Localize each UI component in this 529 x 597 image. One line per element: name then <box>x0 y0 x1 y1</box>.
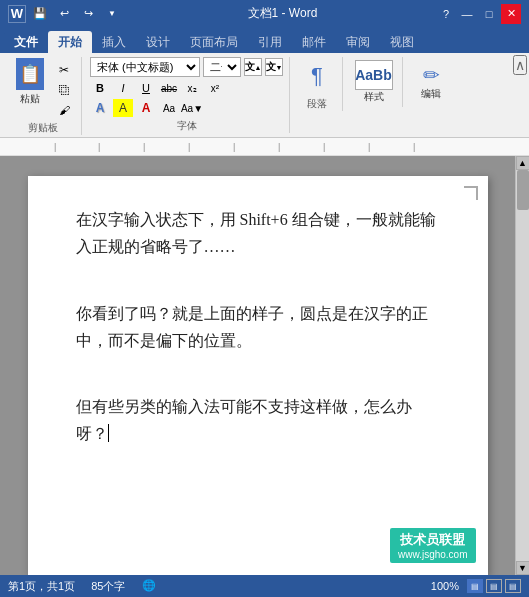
font-controls: 宋体 (中文标题) 二号 文▲ 文▼ B I U abc x₂ <box>90 57 283 117</box>
maximize-button[interactable]: □ <box>479 4 499 24</box>
ruler-mark: | <box>54 142 56 152</box>
bold-button[interactable]: B <box>90 79 110 97</box>
vertical-scrollbar[interactable]: ▲ ▼ <box>515 156 529 575</box>
cut-button[interactable]: ✂ <box>53 61 75 79</box>
minimize-button[interactable]: — <box>457 4 477 24</box>
tab-file[interactable]: 文件 <box>4 31 48 53</box>
ruler: | | | | | | | | | <box>0 138 529 156</box>
subscript-button[interactable]: x₂ <box>182 79 202 97</box>
copy-button[interactable]: ⿻ <box>53 81 75 99</box>
clipboard-label: 剪贴板 <box>28 121 58 135</box>
watermark: 技术员联盟 www.jsgho.com <box>390 528 475 563</box>
tab-references[interactable]: 引用 <box>248 31 292 53</box>
clipboard-group: 📋 粘贴 ✂ ⿻ 🖌 剪贴板 <box>4 57 82 135</box>
text-effects-button[interactable]: A <box>90 99 110 117</box>
page-info: 第1页，共1页 <box>8 579 75 594</box>
paste-icon: 📋 <box>16 58 44 90</box>
font-group: 宋体 (中文标题) 二号 文▲ 文▼ B I U abc x₂ <box>84 57 290 133</box>
ruler-mark: | <box>323 142 325 152</box>
paragraph-1: 在汉字输入状态下，用 Shift+6 组合键，一般就能输入正规的省略号了…… <box>76 206 440 260</box>
text-cursor <box>108 424 109 442</box>
paragraph-3: 但有些另类的输入法可能不支持这样做，怎么办呀？ <box>76 393 440 447</box>
view-buttons: ▤ ▤ ▤ <box>467 579 521 593</box>
tab-mailings[interactable]: 邮件 <box>292 31 336 53</box>
scroll-track <box>516 170 529 561</box>
underline-button[interactable]: U <box>136 79 156 97</box>
close-button[interactable]: ✕ <box>501 4 521 24</box>
ruler-mark: | <box>368 142 370 152</box>
font-label: 字体 <box>177 119 197 133</box>
help-icon[interactable]: ? <box>443 8 449 20</box>
font-row-3: A A A Aa Aa▼ <box>90 99 283 117</box>
undo-button[interactable]: ↩ <box>54 4 74 24</box>
editing-label: 编辑 <box>421 87 441 101</box>
style-preview: AaBb <box>355 60 393 90</box>
corner-mark <box>464 186 478 200</box>
scroll-thumb[interactable] <box>517 170 529 210</box>
window-title: 文档1 - Word <box>122 5 443 22</box>
save-button[interactable]: 💾 <box>30 4 50 24</box>
font-grow-button[interactable]: 文▲ <box>244 58 262 76</box>
tab-design[interactable]: 设计 <box>136 31 180 53</box>
italic-button[interactable]: I <box>113 79 133 97</box>
ribbon-collapse-button[interactable]: ∧ <box>513 55 527 75</box>
view-read-button[interactable]: ▤ <box>486 579 502 593</box>
document-area: 在汉字输入状态下，用 Shift+6 组合键，一般就能输入正规的省略号了…… 你… <box>0 156 515 575</box>
editing-icon: ✏ <box>423 63 440 87</box>
ruler-mark: | <box>143 142 145 152</box>
paragraph-icon: ¶ <box>298 57 336 95</box>
font-color-button[interactable]: A <box>136 99 156 117</box>
document-content[interactable]: 在汉字输入状态下，用 Shift+6 组合键，一般就能输入正规的省略号了…… 你… <box>76 206 440 448</box>
tab-home[interactable]: 开始 <box>48 31 92 53</box>
window-controls: ? — □ ✕ <box>443 4 521 24</box>
style-button[interactable]: AaBb 样式 <box>351 57 396 107</box>
tab-review[interactable]: 审阅 <box>336 31 380 53</box>
empty-line-2 <box>76 362 440 389</box>
paragraph-2: 你看到了吗？就是上面的样子，圆点是在汉字的正中，而不是偏下的位置。 <box>76 300 440 354</box>
editing-group: ✏ 编辑 <box>405 57 457 107</box>
paste-button[interactable]: 📋 粘贴 <box>10 57 50 107</box>
view-print-button[interactable]: ▤ <box>467 579 483 593</box>
word-count: 85个字 <box>91 579 125 594</box>
font-row-1: 宋体 (中文标题) 二号 文▲ 文▼ <box>90 57 283 77</box>
ruler-mark: | <box>233 142 235 152</box>
ruler-mark: | <box>98 142 100 152</box>
workspace: 在汉字输入状态下，用 Shift+6 组合键，一般就能输入正规的省略号了…… 你… <box>0 156 529 575</box>
paragraph-group: ¶ 段落 <box>292 57 343 111</box>
format-painter-button[interactable]: 🖌 <box>53 101 75 119</box>
status-left: 第1页，共1页 85个字 🌐 <box>8 579 156 594</box>
ruler-mark: | <box>413 142 415 152</box>
status-bar: 第1页，共1页 85个字 🌐 100% ▤ ▤ ▤ <box>0 575 529 597</box>
highlight-button[interactable]: A <box>113 99 133 117</box>
scroll-down-button[interactable]: ▼ <box>516 561 530 575</box>
clear-format-button[interactable]: Aa <box>159 99 179 117</box>
style-label: 样式 <box>364 90 384 104</box>
strikethrough-button[interactable]: abc <box>159 79 179 97</box>
empty-line-1 <box>76 268 440 295</box>
editing-button[interactable]: ✏ 编辑 <box>411 57 451 107</box>
view-web-button[interactable]: ▤ <box>505 579 521 593</box>
para-controls: ¶ <box>298 57 336 95</box>
title-bar: W 💾 ↩ ↪ ▼ 文档1 - Word ? — □ ✕ <box>0 0 529 27</box>
watermark-brand: 技术员联盟 <box>398 531 467 549</box>
paste-label: 粘贴 <box>20 92 40 106</box>
tab-insert[interactable]: 插入 <box>92 31 136 53</box>
change-case-button[interactable]: Aa▼ <box>182 99 202 117</box>
watermark-url: www.jsgho.com <box>398 549 467 560</box>
ribbon-content: 📋 粘贴 ✂ ⿻ 🖌 剪贴板 宋 <box>0 53 529 138</box>
tab-layout[interactable]: 页面布局 <box>180 31 248 53</box>
ruler-mark: | <box>278 142 280 152</box>
document-page[interactable]: 在汉字输入状态下，用 Shift+6 组合键，一般就能输入正规的省略号了…… 你… <box>28 176 488 575</box>
ruler-mark: | <box>188 142 190 152</box>
font-row-2: B I U abc x₂ x² <box>90 79 283 97</box>
paragraph-label: 段落 <box>307 97 327 111</box>
tab-view[interactable]: 视图 <box>380 31 424 53</box>
redo-button[interactable]: ↪ <box>78 4 98 24</box>
font-shrink-button[interactable]: 文▼ <box>265 58 283 76</box>
customize-qa-button[interactable]: ▼ <box>102 4 122 24</box>
font-family-select[interactable]: 宋体 (中文标题) <box>90 57 200 77</box>
scroll-up-button[interactable]: ▲ <box>516 156 530 170</box>
font-size-select[interactable]: 二号 <box>203 57 241 77</box>
status-right: 100% ▤ ▤ ▤ <box>431 579 521 593</box>
superscript-button[interactable]: x² <box>205 79 225 97</box>
